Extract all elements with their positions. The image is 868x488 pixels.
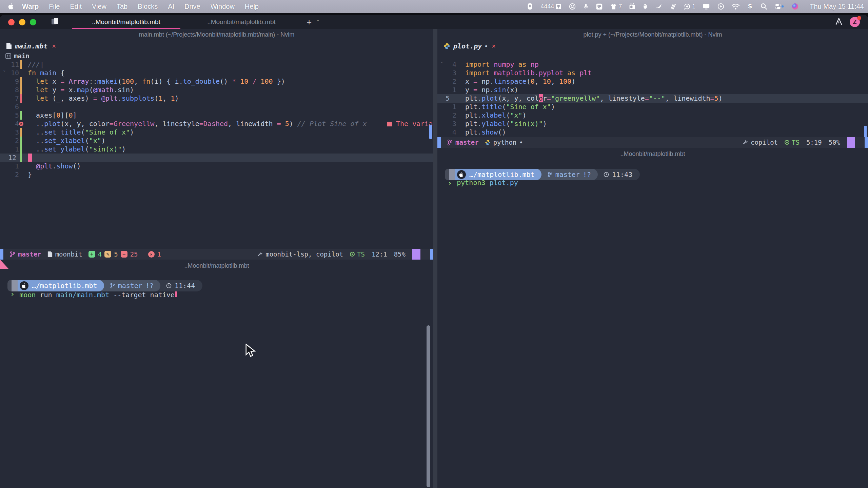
user-avatar[interactable]: Z [850,17,860,27]
s-app-icon[interactable]: S [744,0,756,13]
line-number: 2 [8,137,19,145]
code-line[interactable]: 6 [0,103,433,111]
line-number: 11 [8,60,19,69]
code-line[interactable]: 3import matplotlib.pyplot as plt [437,69,868,77]
code-line[interactable]: 1 ..set_ylabel("sin(x)") [0,145,433,154]
code-line[interactable]: 9 let x = Array::makei(100, fn(i) { i.to… [0,77,433,86]
code-line[interactable]: 7 let (_, axes) = @plt.subplots(1, 1) [0,94,433,103]
window-tab-1[interactable]: ..Moonbit/matplotlib.mbt [68,15,184,29]
warp-ai-icon[interactable] [835,17,843,27]
code-line[interactable]: 2} [0,170,433,179]
menu-edit[interactable]: Edit [65,3,87,10]
code-line[interactable]: 12 [0,154,433,162]
code-line[interactable]: ˇ4import numpy as np [437,60,868,69]
scroll-percent: 85% [394,250,406,258]
statusline-left: master moonbit +4 ✎5 −25 ×1 moo [0,249,433,260]
code-line[interactable]: 8 let y = x.map(@math.sin) [0,86,433,94]
wifi-icon[interactable] [729,0,743,13]
buffer-close-icon[interactable]: × [52,42,56,50]
fold-chevron-icon[interactable]: ˇ [440,60,446,69]
terminal-scrollbar[interactable] [427,325,430,487]
gutter-sign [19,86,28,94]
workspace-pages-icon[interactable] [51,17,60,27]
gutter-sign [19,103,28,111]
emoji-menu-icon[interactable] [566,0,579,13]
pane-divider[interactable] [433,29,437,488]
mic-icon[interactable] [580,0,592,13]
play-circle-icon[interactable] [714,0,727,13]
code-line[interactable]: 2x = np.linspace(0, 10, 100) [437,77,868,86]
code-line[interactable]: 5plt.plot(x, y, color="greenyellw", line… [437,94,868,103]
char-count-badge[interactable]: 4444 [538,0,565,13]
code-area-plot-py[interactable]: ˇ4import numpy as np3import matplotlib.p… [437,60,868,137]
apple-menu-icon[interactable] [8,3,14,10]
menu-clock[interactable]: Thu May 15 11:44 [806,3,868,11]
code-line[interactable]: 3plt.ylabel("sin(x)") [437,120,868,128]
swoosh-app-icon[interactable] [652,0,665,13]
line-number: 1 [8,145,19,154]
close-window-button[interactable] [8,19,15,25]
control-toggles-icon[interactable] [772,0,787,13]
fold-column [440,111,446,120]
menu-help[interactable]: Help [240,3,264,10]
prompt-time-segment: 11:43 [592,169,640,180]
winbar-breadcrumb: main [0,52,433,60]
code-line[interactable]: 4× ..plot(x, y, color=Greenyellw, linest… [0,120,433,128]
fold-column [3,170,8,179]
line-number: 12 [8,154,19,162]
input-language-icon[interactable] [593,0,606,13]
gutter-sign: × [19,120,28,128]
nvim-tabline-left[interactable]: main.mbt × [0,41,433,52]
code-text: y = np.sin(x) [465,86,518,94]
code-line[interactable]: 1y = np.sin(x) [437,86,868,94]
code-line[interactable]: ˇ10fn main { [0,69,433,77]
chat-count-icon[interactable]: 1 [680,0,698,13]
diff-changed-icon: ✎ [104,251,111,258]
code-text: ..plot(x, y, color=Greenyellw, linestyle… [28,120,367,128]
penguin-app-icon[interactable] [640,0,651,13]
fold-column [3,145,8,154]
menu-tab[interactable]: Tab [112,3,133,10]
new-tab-button[interactable]: + [299,17,317,27]
mouse-pointer [245,344,258,360]
menu-file[interactable]: File [44,3,65,10]
gutter-sign [19,77,28,86]
code-line[interactable]: 2 ..set_xlabel("x") [0,137,433,145]
editor-scrollview-left[interactable] [429,125,432,139]
menu-drive[interactable]: Drive [179,3,205,10]
lsp-status: moonbit-lsp, copilot [257,250,343,258]
tv-icon[interactable] [626,0,638,13]
fold-chevron-icon[interactable]: ˇ [3,69,8,77]
spotlight-icon[interactable] [757,0,770,13]
code-area-main-mbt[interactable]: 11///|ˇ10fn main {9 let x = Array::makei… [0,60,433,179]
display-icon[interactable] [699,0,713,13]
stripes-app-icon[interactable] [667,0,679,13]
fold-column [440,128,446,137]
code-text: ///| [28,60,44,69]
gutter-sign [19,94,28,103]
menu-window[interactable]: Window [205,3,240,10]
nvim-tabline-right[interactable]: plot.py • × [437,41,868,52]
window-tab-2[interactable]: ..Moonbit/matplotlib.mbt [184,15,299,29]
line-number: 5 [446,94,456,103]
menu-warp[interactable]: Warp [17,3,44,10]
buffer-close-icon[interactable]: × [492,42,496,50]
code-line[interactable]: 5 axes[0][0] [0,111,433,120]
screenshot-icon[interactable] [524,0,536,13]
prompt-time-segment: 11:44 [155,280,202,291]
menu-ai[interactable]: AI [163,3,179,10]
menu-blocks[interactable]: Blocks [133,3,163,10]
wardrobe-icon[interactable]: 7 [607,0,625,13]
code-line[interactable]: 11///| [0,60,433,69]
code-line[interactable]: 1plt.title("Sine of x") [437,103,868,111]
minimize-window-button[interactable] [19,19,25,25]
menu-view[interactable]: View [87,3,112,10]
code-line[interactable]: 1 @plt.show() [0,162,433,170]
tab-list-chevron-icon[interactable]: ˇ [317,19,319,25]
code-line[interactable]: 3 ..set_title("Sine of x") [0,128,433,137]
siri-icon[interactable] [789,0,802,13]
code-line[interactable]: 2plt.xlabel("x") [437,111,868,120]
mode-block [437,137,441,148]
code-line[interactable]: 4plt.show() [437,128,868,137]
zoom-window-button[interactable] [30,19,36,25]
